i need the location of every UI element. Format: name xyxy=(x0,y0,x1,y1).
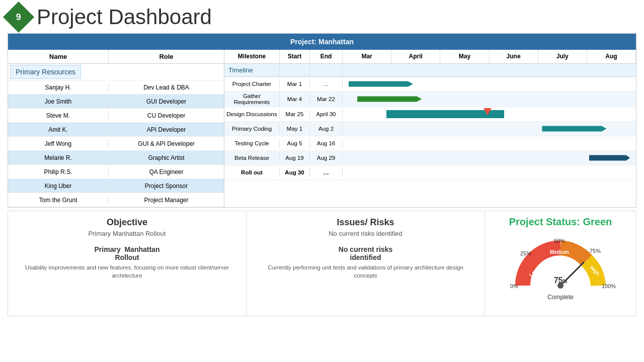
milestone-end: Mar 22 xyxy=(310,95,343,104)
objective-title: Objective xyxy=(107,217,147,228)
bottom-section: Objective Primary Manhattan Rollout Prim… xyxy=(8,211,636,316)
col-header-june: June xyxy=(490,50,538,63)
resource-name: Jeff Wong xyxy=(8,139,109,149)
gantt-marker-design xyxy=(484,108,492,115)
table-row: Project Charter Mar 1 … xyxy=(224,77,636,92)
col-header-role: Role xyxy=(109,50,224,63)
objective-panel: Objective Primary Manhattan Rollout Prim… xyxy=(8,211,247,316)
table-row: Amit K. API Developer xyxy=(8,123,224,137)
table-row: Joe Smith GUI Developer xyxy=(8,95,224,109)
table-row: Tom the Grunt Project Manager xyxy=(8,193,224,207)
table-row: Melarie R. Graphic Artist xyxy=(8,151,224,165)
gantt-row xyxy=(343,92,636,106)
resource-role: QA Engineer xyxy=(109,167,224,177)
gantt-bar-beta xyxy=(589,154,630,162)
resources-label: Primary Resources xyxy=(10,65,81,79)
project-title-bar: Project: Manhattan xyxy=(8,34,636,50)
gantt-bar-primary-coding xyxy=(542,125,606,133)
col-header-start: Start xyxy=(280,50,310,63)
resource-name: King Uber xyxy=(8,181,109,191)
table-data-body: Primary Resources Sanjay H. Dev Lead & D… xyxy=(8,64,636,207)
col-header-april: April xyxy=(391,50,440,63)
right-data: Timeline Project Charter Mar 1 … xyxy=(224,64,636,207)
left-data: Primary Resources Sanjay H. Dev Lead & D… xyxy=(8,64,224,207)
badge: 9 xyxy=(3,2,34,33)
resource-name: Sanjay H. xyxy=(8,82,109,93)
milestone-name: Primary Coding xyxy=(224,124,280,133)
resource-name: Steve M. xyxy=(8,111,109,121)
col-header-aug: Aug xyxy=(587,50,636,63)
gantt-row xyxy=(343,122,636,136)
table-row: Sanjay H. Dev Lead & DBA xyxy=(8,80,224,95)
resource-name: Melarie R. xyxy=(8,153,109,163)
main-table: Project: Manhattan Name Role Milestone S… xyxy=(8,33,636,208)
resource-role: GUI & API Developer xyxy=(109,139,224,149)
milestone-end: Aug 29 xyxy=(310,153,343,162)
milestone-start: May 1 xyxy=(280,124,310,133)
status-panel: Project Status: Green Low Medium xyxy=(485,211,636,316)
timeline-header: Timeline xyxy=(224,64,636,77)
resource-name: Tom the Grunt xyxy=(8,195,109,205)
milestone-start: Mar 1 xyxy=(280,79,310,88)
table-row: Beta Release Aug 19 Aug 29 xyxy=(224,151,636,165)
table-row: Jeff Wong GUI & API Developer xyxy=(8,137,224,151)
gauge-label-50: 50% xyxy=(554,238,565,244)
resource-role: Dev Lead & DBA xyxy=(109,82,224,93)
milestone-name: Gather Requirements xyxy=(224,92,280,107)
resource-role: CU Developer xyxy=(109,111,224,121)
gauge-label-100: 100% xyxy=(602,283,616,289)
milestone-end: … xyxy=(310,79,343,88)
milestone-start: Aug 30 xyxy=(280,168,310,177)
status-value: Green xyxy=(583,216,612,227)
table-row: Philip R.S. QA Engineer xyxy=(8,165,224,179)
resource-role: Project Manager xyxy=(109,195,224,205)
table-row: King Uber Project Sponsor xyxy=(8,179,224,193)
right-col-headers: Milestone Start End Mar April May June J… xyxy=(224,50,636,63)
resources-label-row: Primary Resources xyxy=(8,64,224,80)
issues-detail-title: No current risksidentified xyxy=(339,245,392,261)
table-row: Design Discussions Mar 25 April 30 xyxy=(224,107,636,122)
milestone-name: Testing Cycle xyxy=(224,139,280,148)
resource-name: Joe Smith xyxy=(8,97,109,107)
objective-subtitle: Primary Manhattan Rollout xyxy=(89,230,166,237)
milestone-start: Mar 25 xyxy=(280,110,310,119)
issues-title: Issues/ Risks xyxy=(337,217,394,228)
svg-text:75%: 75% xyxy=(554,276,568,285)
badge-number: 9 xyxy=(16,12,21,22)
milestone-name: Project Charter xyxy=(224,79,280,88)
timeline-label: Timeline xyxy=(224,64,280,76)
gantt-row xyxy=(343,107,636,121)
milestone-name: Roll out xyxy=(224,168,280,177)
gauge-label-25: 25% xyxy=(520,250,531,256)
col-header-milestone: Milestone xyxy=(224,50,280,63)
resource-role: API Developer xyxy=(109,125,224,135)
table-row: Primary Coding May 1 Aug 2 xyxy=(224,122,636,136)
milestone-end: April 30 xyxy=(310,110,343,119)
resource-name: Amit K. xyxy=(8,125,109,135)
issues-panel: Issues/ Risks No current risks identifie… xyxy=(247,211,485,316)
page-header: 9 Project Dashboard xyxy=(8,5,636,29)
col-header-name: Name xyxy=(8,50,109,63)
gantt-bar-project-charter xyxy=(349,80,413,88)
gauge-container: Low Medium High 75% 0% 25% 50% xyxy=(505,233,616,293)
svg-text:Medium: Medium xyxy=(550,249,569,255)
column-headers-row: Name Role Milestone Start End Mar April … xyxy=(8,50,636,64)
milestone-name: Beta Release xyxy=(224,153,280,162)
objective-detail-title: Primary ManhattanRollout xyxy=(95,245,160,261)
resource-role: Graphic Artist xyxy=(109,153,224,163)
gantt-row xyxy=(343,77,636,91)
col-header-end: End xyxy=(310,50,343,63)
issues-subtitle: No current risks identified xyxy=(329,230,403,237)
status-title: Project Status: Green xyxy=(509,216,612,228)
col-header-mar: Mar xyxy=(343,50,391,63)
table-row: Steve M. CU Developer xyxy=(8,109,224,123)
gauge-label-0: 0% xyxy=(510,283,518,289)
table-row: Gather Requirements Mar 4 Mar 22 xyxy=(224,92,636,107)
resource-role: GUI Developer xyxy=(109,97,224,107)
milestone-start: Aug 19 xyxy=(280,153,310,162)
page-title: Project Dashboard xyxy=(37,5,212,29)
milestone-start: Mar 4 xyxy=(280,95,310,104)
resource-name: Philip R.S. xyxy=(8,167,109,177)
left-col-headers: Name Role xyxy=(8,50,224,63)
objective-description: Usability improvements and new features,… xyxy=(18,263,236,280)
